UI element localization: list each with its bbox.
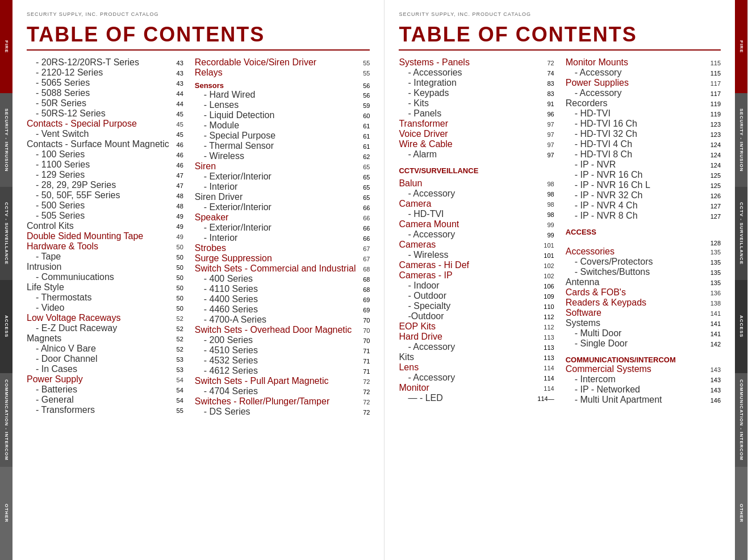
toc-label: - 129 Series: [27, 170, 169, 180]
toc-label: - HD-TVI 16 Ch: [566, 119, 707, 129]
side-tab-other-left: OTHER: [0, 467, 12, 560]
toc-label: - Hard Wired: [195, 90, 356, 100]
toc-label: Hardware & Tools: [27, 241, 169, 252]
toc-row: - Video50: [27, 303, 183, 313]
toc-label: - Accessory: [399, 373, 540, 383]
toc-page-num: 48: [169, 203, 183, 210]
toc-row: - 2120-12 Series43: [27, 68, 183, 78]
left-toc-title: TABLE OF CONTENTS: [27, 23, 370, 47]
toc-page-num: 61: [356, 133, 370, 140]
toc-row: - Panels96: [399, 108, 554, 119]
toc-page-num: 71: [356, 358, 370, 365]
left-col1: - 20RS-12/20RS-T Series43- 2120-12 Serie…: [27, 57, 183, 417]
toc-row: Contacts - Surface Mount Magnetic46: [27, 139, 183, 149]
toc-label: Cameras - IP: [399, 270, 540, 281]
toc-label: Life Style: [27, 282, 169, 292]
toc-label: - 4700-A Series: [195, 315, 356, 325]
toc-page-num: 46: [169, 162, 183, 169]
toc-page-num: 71: [356, 368, 370, 375]
toc-label: - Vent Switch: [27, 129, 169, 139]
toc-row: - Lenses59: [195, 100, 370, 110]
toc-label: - Accessory: [399, 189, 540, 199]
toc-page-num: 65: [356, 164, 370, 170]
toc-page-num: 54: [169, 397, 183, 404]
toc-row: -Outdoor112: [399, 311, 554, 321]
right-catalog-header: SECURITY SUPPLY, INC. PRODUCT CATALOG: [399, 11, 721, 17]
toc-row: - Accessory99: [399, 229, 554, 240]
toc-page-num: 66: [356, 215, 370, 222]
toc-row: Switch Sets - Pull Apart Magnetic72: [195, 376, 370, 386]
toc-page-num: 125: [707, 172, 721, 179]
toc-page-num: 68: [356, 266, 370, 273]
toc-label: Low Voltage Raceways: [27, 313, 169, 323]
toc-row: Sensors56: [195, 78, 370, 90]
toc-page-num: 43: [169, 80, 183, 87]
toc-label: - Multi Unit Apartment: [566, 395, 707, 405]
toc-page-num: 53: [169, 366, 183, 373]
toc-row: Monitor114: [399, 383, 554, 393]
toc-page-num: 96: [540, 111, 554, 118]
toc-row: - 5065 Series43: [27, 78, 183, 88]
toc-label: - 100 Series: [27, 149, 169, 160]
toc-row: Low Voltage Raceways52: [27, 313, 183, 323]
toc-row: Switch Sets - Overhead Door Magnetic70: [195, 325, 370, 335]
toc-page-num: 146: [707, 397, 721, 404]
toc-row: Hardware & Tools50: [27, 241, 183, 252]
toc-page-num: 52: [169, 336, 183, 342]
toc-row: - Covers/Protectors135: [566, 257, 721, 267]
toc-label: - 4400 Series: [195, 294, 356, 304]
toc-label: - HD-TVI: [566, 108, 707, 119]
toc-label: - IP - NVR 16 Ch L: [566, 180, 707, 190]
toc-row: Readers & Keypads138: [566, 298, 721, 308]
toc-label: Siren Driver: [195, 192, 356, 202]
toc-label: - 500 Series: [27, 200, 169, 211]
toc-row: Siren65: [195, 161, 370, 172]
toc-label: - 4704 Series: [195, 386, 356, 396]
toc-row: - IP - NVR 8 Ch127: [566, 211, 721, 221]
toc-page-num: 127: [707, 213, 721, 220]
toc-row: - Multi Unit Apartment146: [566, 395, 721, 405]
toc-page-num: 44: [169, 90, 183, 97]
toc-page-num: 91: [540, 101, 554, 107]
toc-row: - Tape50: [27, 252, 183, 262]
toc-page-num: 135: [707, 279, 721, 286]
right-divider: [399, 49, 721, 51]
toc-label: - Indoor: [399, 281, 540, 291]
toc-row: - 50, 50F, 55F Series48: [27, 190, 183, 200]
right-two-col: Systems - Panels72- Accessories74- Integ…: [399, 57, 721, 405]
toc-page-num: 98: [540, 201, 554, 208]
toc-row: Double Sided Mounting Tape49: [27, 231, 183, 241]
toc-row: Systems - Panels72: [399, 57, 554, 68]
toc-page-num: 52: [169, 346, 183, 353]
toc-row: Transformer97: [399, 119, 554, 129]
toc-page-num: 50: [169, 264, 183, 271]
toc-row: Kits113: [399, 352, 554, 362]
toc-page-num: 99: [540, 222, 554, 228]
toc-row: - Door Channel53: [27, 354, 183, 364]
toc-page-num: 101: [540, 252, 554, 259]
toc-row: - 4510 Series71: [195, 345, 370, 356]
toc-row: - IP - NVR 4 Ch127: [566, 200, 721, 211]
toc-row: - HD-TVI 8 Ch124: [566, 149, 721, 160]
toc-page-num: 113: [540, 344, 554, 351]
toc-row: Siren Driver65: [195, 192, 370, 202]
toc-label: - 2120-12 Series: [27, 68, 169, 78]
toc-page-num: 124: [707, 141, 721, 148]
toc-row: Software141: [566, 308, 721, 318]
toc-row: - HD-TVI 16 Ch123: [566, 119, 721, 129]
toc-label: - Interior: [195, 233, 356, 243]
toc-page-num: 55: [169, 407, 183, 414]
toc-row: Cameras - Hi Def102: [399, 260, 554, 270]
toc-page-num: 70: [356, 337, 370, 344]
toc-row: - Exterior/Interior65: [195, 172, 370, 182]
toc-row: - Vent Switch45: [27, 129, 183, 139]
toc-page-num: 56: [356, 82, 370, 89]
toc-row: - Wireless101: [399, 250, 554, 260]
left-two-col: - 20RS-12/20RS-T Series43- 2120-12 Serie…: [27, 57, 370, 417]
toc-label: - IP - NVR 32 Ch: [566, 190, 707, 200]
toc-label: ACCESS: [566, 228, 721, 236]
toc-label: - Switches/Buttons: [566, 267, 707, 277]
toc-row: - 50RS-12 Series45: [27, 108, 183, 119]
toc-page-num: 43: [169, 70, 183, 77]
side-tab-security-left: SECURITY - INTRUSION: [0, 93, 12, 186]
